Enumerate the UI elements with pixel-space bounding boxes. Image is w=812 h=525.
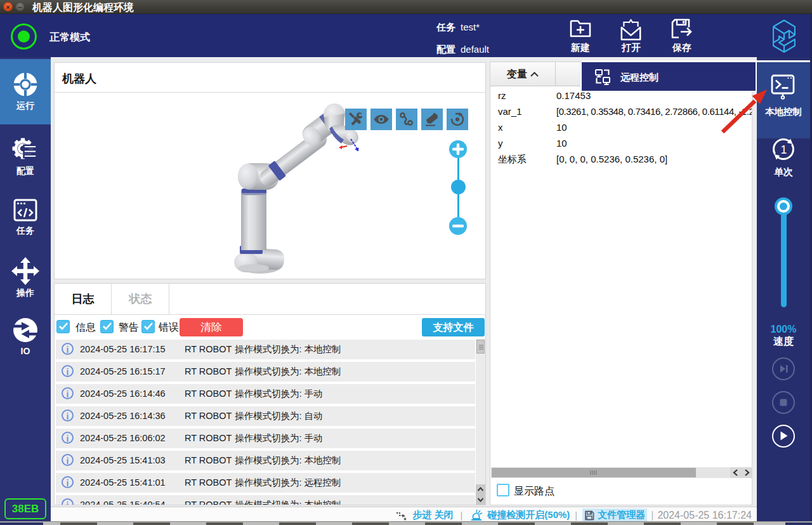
svg-text:1: 1 xyxy=(780,143,787,156)
